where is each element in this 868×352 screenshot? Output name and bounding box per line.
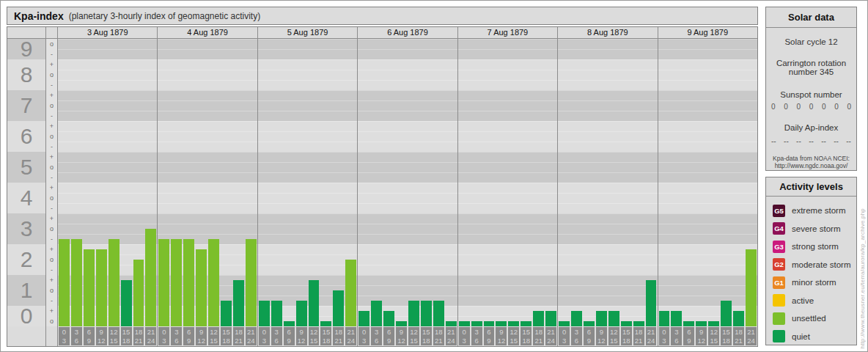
y-axis-tick: + [46,213,57,224]
legend-item: G2moderate storm [766,256,856,274]
hour-slot-label: 912 [496,327,507,345]
y-axis-number-1: 1 [7,275,45,306]
kp-bar [208,239,219,326]
y-axis-tick: - [46,203,57,213]
legend-swatch-g3: G3 [773,241,785,253]
hour-start: 15 [721,328,732,337]
kp-bar [471,321,482,326]
hour-start: 6 [84,328,95,337]
hour-start: 9 [196,328,207,337]
day-plot-area [558,39,657,326]
sunspot-value: 0 [822,103,826,111]
y-axis-tick: - [46,296,57,306]
hour-end: 9 [84,337,95,345]
hour-start: 9 [296,328,307,337]
kp-bar [284,321,295,326]
hour-start: 6 [183,328,194,337]
hour-end: 6 [271,337,282,345]
hour-end: 24 [545,337,556,345]
y-axis-number-3: 3 [7,213,45,244]
hour-start: 12 [309,328,320,337]
kp-bar [158,239,169,326]
hour-end: 15 [608,337,619,345]
hour-slot-label: 03 [459,327,470,345]
day-header: 5 Aug 1879 [258,27,357,39]
hour-slot-label: 912 [696,327,707,345]
hour-end: 9 [183,337,194,345]
kp-bar-slot [520,39,532,326]
hour-end: 6 [71,337,82,345]
hour-start: 0 [358,328,369,337]
kp-bar-slot [670,39,683,326]
y-axis-tick: + [46,90,57,100]
hour-start: 0 [59,328,70,337]
activity-levels-title: Activity levels [766,177,856,197]
y-axis-tick: o [46,224,57,234]
y-axis-tick: - [46,111,57,121]
hour-slot-label: 912 [96,327,107,345]
hour-start: 3 [271,328,282,337]
hour-start: 0 [459,328,470,337]
hour-start: 12 [508,328,519,337]
legend-swatch-g2: G2 [773,258,785,271]
kp-bar [459,321,470,326]
hour-slot-label: 36 [171,327,182,345]
hour-end: 12 [196,337,207,345]
hour-end: 3 [59,337,70,345]
chart-title: Kpa-index [14,10,64,22]
kp-bar-slot [595,39,608,326]
y-axis-number-2: 2 [7,244,45,275]
carrington-rotation-line1: Carrington rotation [766,59,856,67]
day-column: 8 Aug 18790336699121215151818212124 [557,27,657,346]
hour-start: 9 [396,328,407,337]
hour-slot-label: 912 [296,327,307,345]
hour-end: 21 [233,337,244,345]
kp-bar [96,249,107,326]
hour-end: 12 [496,337,507,345]
hour-slot-label: 69 [584,327,595,345]
y-axis-number-8: 8 [7,59,45,90]
solar-data-title: Solar data [766,7,856,28]
y-axis-tick: + [46,275,57,285]
ap-value: -- [834,137,839,145]
kp-bar [133,260,144,326]
hour-slot-label: 1518 [721,327,732,345]
hour-end: 6 [371,337,382,345]
hour-start: 12 [408,328,419,337]
data-source-line1: Kpa-data from NOAA NCEI: [766,155,856,162]
kp-bar [433,301,444,326]
hour-start: 3 [371,328,382,337]
hour-slot-label: 912 [596,327,607,345]
kp-bar-slot [320,39,332,326]
kp-bar-slot [83,39,95,326]
hour-end: 24 [145,337,156,345]
daily-ap-index-values: -------------- [766,137,856,145]
hour-end: 3 [158,337,169,345]
hour-end: 24 [446,337,457,345]
kp-bar-slot [245,39,257,326]
y-axis-tick: o [46,254,57,265]
hour-start: 15 [421,328,432,337]
kp-bar-slot [383,39,395,326]
hour-slot-label: 69 [484,327,495,345]
kp-bar-slot [745,39,757,326]
hour-end: 6 [171,337,182,345]
kp-bar [746,249,757,326]
hour-start: 6 [383,328,394,337]
hour-slot-label: 1821 [633,327,644,345]
hour-slot-label: 1821 [733,327,744,345]
hour-start: 0 [659,328,670,337]
hour-end: 21 [633,337,644,345]
kp-bar-slot [532,39,545,326]
y-axis-tick: o [46,193,57,203]
hour-slot-label: 36 [371,327,382,345]
kp-bar [259,301,270,326]
hour-slot-label: 36 [271,327,282,345]
hour-start: 0 [158,328,169,337]
kp-bar-slot [583,39,595,326]
kp-bar-slot [183,39,195,326]
kp-bar [533,311,544,326]
hour-end: 9 [484,337,495,345]
hour-start: 6 [584,328,595,337]
y-axis-tick: - [46,142,57,152]
